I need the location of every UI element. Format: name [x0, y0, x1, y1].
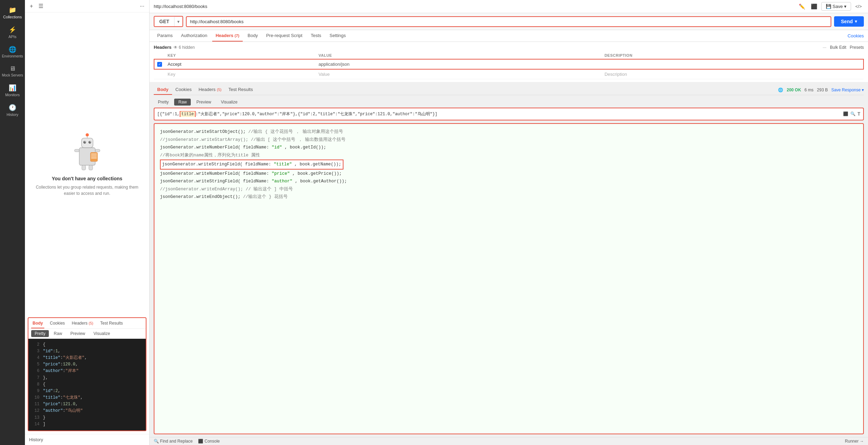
tab-pre-request[interactable]: Pre-request Script: [263, 30, 306, 42]
monitors-icon: 📊: [9, 84, 16, 92]
resp-tab-cookies-main[interactable]: Cookies: [172, 85, 195, 95]
resp-tab-headers[interactable]: Headers (5): [70, 319, 95, 328]
left-panel-header: + ☰ ···: [25, 0, 149, 12]
tab-authorization[interactable]: Authorization: [178, 30, 211, 42]
format-icon[interactable]: T: [858, 111, 860, 117]
top-bar-actions: ✏️ ⬛ 💾 Save ▾ </>: [797, 2, 864, 11]
empty-desc: Collections let you group related reques…: [32, 184, 142, 197]
tab-settings[interactable]: Settings: [326, 30, 349, 42]
history-icon: 🕐: [9, 104, 16, 111]
resp-tab-test-results[interactable]: Test Results: [99, 319, 124, 328]
response-view-tabs: Pretty Raw Preview Visualize: [28, 329, 146, 339]
duplicate-button[interactable]: ⬛: [809, 3, 819, 10]
svg-rect-9: [95, 149, 100, 152]
collections-icon: 📁: [9, 6, 16, 14]
tab-headers[interactable]: Headers (7): [212, 30, 243, 42]
sidebar-item-monitors[interactable]: 📊 Monitors: [0, 81, 25, 100]
empty-title: You don't have any collections: [52, 176, 123, 181]
globe-icon: 🌐: [778, 88, 783, 92]
save-button[interactable]: 💾 Save ▾: [821, 2, 851, 11]
sidebar-item-mock-servers[interactable]: 🖥 Mock Servers: [0, 62, 25, 81]
accept-desc[interactable]: [602, 59, 863, 69]
runner-button[interactable]: Runner →: [845, 439, 864, 444]
code-line-9: jsonGenerator.writeEndObject(); //输出这个 }…: [160, 193, 858, 201]
status-badge: 200 OK: [787, 88, 801, 92]
request-row: GET ▾ http://localhost:8080/books Send ▾: [150, 13, 868, 30]
bulk-edit-button[interactable]: Bulk Edit: [830, 45, 846, 50]
empty-key[interactable]: Key: [165, 69, 316, 79]
raw-response-box: [{"id":1,title:"火影忍者","price":120.0,"aut…: [154, 108, 864, 120]
headers-label: Headers: [154, 45, 171, 50]
filter-button[interactable]: ☰: [37, 2, 45, 10]
resp-view-visualize[interactable]: Visualize: [217, 99, 242, 106]
save-icon: 💾: [826, 4, 831, 9]
resp-tab-headers-main[interactable]: Headers (5): [195, 85, 225, 95]
accept-checkbox[interactable]: ✓: [157, 62, 162, 67]
resp-size: 293 B: [817, 88, 828, 92]
environments-icon: 🌐: [9, 46, 16, 53]
save-dropdown-arrow[interactable]: ▾: [844, 4, 847, 9]
view-tab-pretty[interactable]: Pretty: [31, 330, 49, 337]
sidebar-item-environments[interactable]: 🌐 Environments: [0, 42, 25, 62]
history-section: History: [25, 434, 149, 445]
empty-desc[interactable]: Description: [602, 69, 863, 79]
console-button[interactable]: ⬛ Console: [198, 439, 220, 444]
raw-highlight-title: title: [180, 111, 196, 117]
more-options-button[interactable]: ···: [138, 2, 146, 10]
search-icon[interactable]: 🔍: [850, 111, 856, 117]
sidebar-item-apis[interactable]: ⚡ APIs: [0, 22, 25, 42]
resp-tab-body-main[interactable]: Body: [154, 85, 172, 95]
presets-button[interactable]: Presets: [850, 45, 864, 50]
sidebar-item-history[interactable]: 🕐 History: [0, 100, 25, 120]
response-area: Body Cookies Headers (5) Test Results 🌐 …: [150, 82, 868, 437]
resp-view-preview[interactable]: Preview: [192, 99, 215, 106]
raw-content: [{"id":1,title:"火影忍者","price":120.0,"aut…: [157, 111, 843, 117]
view-tab-preview[interactable]: Preview: [67, 330, 89, 337]
resp-tab-cookies[interactable]: Cookies: [48, 319, 66, 328]
header-row-accept: ✓ Accept application/json: [154, 59, 863, 69]
sidebar: 📁 Collections ⚡ APIs 🌐 Environments 🖥 Mo…: [0, 0, 25, 445]
find-replace-button[interactable]: 🔍 Find and Replace: [154, 439, 193, 444]
resp-tab-test-results-main[interactable]: Test Results: [225, 85, 257, 95]
add-collection-button[interactable]: +: [28, 2, 34, 10]
save-response-button[interactable]: Save Response ▾: [831, 88, 864, 92]
hidden-badge: 👁 6 hidden: [173, 45, 195, 50]
resp-status-bar: 🌐 200 OK 6 ms 293 B Save Response ▾: [778, 88, 864, 92]
copy-icon[interactable]: ⬛: [843, 111, 848, 117]
tab-body[interactable]: Body: [244, 30, 261, 42]
code-line-6: jsonGenerator.writeNumberField( fieldNam…: [160, 170, 858, 178]
top-bar: http://localhost:8080/books ✏️ ⬛ 💾 Save …: [150, 0, 868, 13]
svg-point-6: [84, 142, 86, 143]
response-tabs: Body Cookies Headers (5) Test Results: [28, 318, 146, 329]
history-label: History: [29, 437, 43, 442]
url-input[interactable]: http://localhost:8080/books: [186, 16, 831, 27]
code-line-1: jsonGenerator.writeStartObject(); //输出 {…: [160, 128, 858, 136]
tab-params[interactable]: Params: [154, 30, 176, 42]
main-area: http://localhost:8080/books ✏️ ⬛ 💾 Save …: [150, 0, 868, 445]
empty-value[interactable]: Value: [316, 69, 602, 79]
resp-time: 6 ms: [805, 88, 814, 92]
accept-checkbox-cell[interactable]: ✓: [154, 59, 165, 69]
send-button[interactable]: Send ▾: [834, 16, 864, 27]
resp-view-raw[interactable]: Raw: [174, 99, 191, 106]
method-arrow-icon[interactable]: ▾: [174, 17, 182, 26]
cookies-link[interactable]: Cookies: [848, 33, 864, 38]
bottom-bar: 🔍 Find and Replace ⬛ Console Runner →: [150, 437, 868, 445]
resp-view-pretty[interactable]: Pretty: [154, 99, 173, 106]
method-selector[interactable]: GET ▾: [154, 16, 183, 27]
tab-tests[interactable]: Tests: [307, 30, 324, 42]
code-button[interactable]: </>: [853, 2, 864, 10]
code-line-8: //jsonGenerator.writeEndArray(); // 输出这个…: [160, 185, 858, 193]
code-display: 2{ 3"id": 1, 4"title": "火影忍者", 5"price":…: [28, 339, 146, 430]
view-tab-visualize[interactable]: Visualize: [90, 330, 114, 337]
svg-rect-13: [91, 154, 97, 155]
accept-key[interactable]: Accept: [165, 59, 316, 69]
edit-button[interactable]: ✏️: [797, 3, 807, 10]
accept-value[interactable]: application/json: [316, 59, 602, 69]
view-tab-raw[interactable]: Raw: [50, 330, 65, 337]
svg-rect-10: [82, 165, 86, 170]
left-panel: + ☰ ···: [25, 0, 150, 445]
resp-tab-body[interactable]: Body: [31, 319, 44, 328]
svg-rect-15: [91, 157, 97, 159]
sidebar-item-collections[interactable]: 📁 Collections: [0, 3, 25, 22]
